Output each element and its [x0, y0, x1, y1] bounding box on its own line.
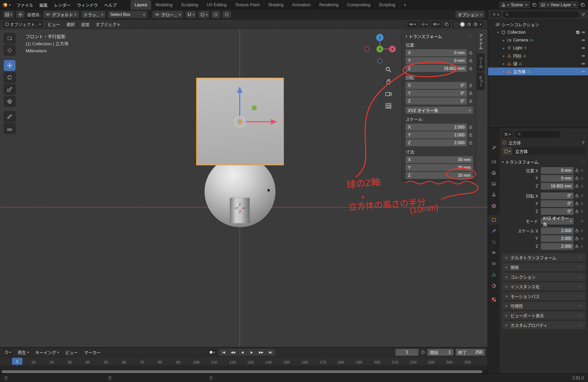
tool-rotate[interactable] [4, 72, 16, 83]
workspace-tab-layout[interactable]: Layout [130, 0, 151, 10]
properties-tab-particles[interactable] [488, 237, 500, 247]
view-layer-selector[interactable]: ▾ View Layer [538, 1, 579, 8]
timeline-menu[interactable]: キーイング▾ [32, 348, 62, 356]
timeline-ruler[interactable]: 1 10203040506070809010011012013014015016… [0, 357, 488, 366]
workspace-tab-shading[interactable]: Shading [264, 0, 288, 10]
workspace-tab-rendering[interactable]: Rendering [315, 0, 343, 10]
active-tool-icon-button[interactable] [16, 11, 25, 18]
add-workspace-button[interactable]: + [400, 0, 410, 10]
tool-move[interactable] [4, 60, 16, 71]
workspace-tab-compositing[interactable]: Compositing [343, 0, 375, 10]
nav-axis-z[interactable]: Z [376, 34, 383, 41]
animate-dot-icon[interactable] [581, 220, 583, 222]
lock-icon[interactable] [575, 209, 579, 214]
panel-section[interactable]: ▸インスタンス化 [502, 282, 585, 290]
workspace-tab-scripting[interactable]: Scripting [375, 0, 400, 10]
viewport-menu[interactable]: オブジェクト [93, 20, 123, 28]
visibility-dropdown[interactable]: ▾ [407, 21, 418, 28]
options-dropdown[interactable]: オプション ▾ [455, 11, 484, 18]
properties-tab-physics[interactable] [488, 248, 500, 258]
tool-transform[interactable] [4, 96, 16, 107]
timeline-menu[interactable]: ビュー [62, 348, 81, 356]
snap-toggle[interactable]: ▾ [185, 11, 196, 18]
animate-dot-icon[interactable] [581, 238, 583, 240]
nav-axis-y[interactable]: Y [376, 46, 383, 52]
properties-tab-view-layer[interactable] [488, 179, 500, 189]
transform-value-field[interactable]: 0° [541, 192, 574, 199]
properties-tab-object[interactable] [488, 215, 500, 225]
properties-tab-object-data[interactable] [488, 270, 500, 280]
animate-dot-icon[interactable] [581, 210, 583, 213]
workspace-tab-modeling[interactable]: Modeling [151, 0, 177, 10]
outliner-row[interactable]: シーンコレクション [488, 21, 588, 28]
auto-keying-button[interactable]: ▾ [208, 349, 217, 356]
copy-scene-icon[interactable] [532, 3, 537, 7]
toggle-button-a[interactable] [212, 11, 220, 18]
rotation-x-field[interactable]: X0° [406, 82, 467, 89]
eye-icon[interactable] [581, 54, 585, 58]
animate-dot-icon[interactable] [581, 245, 583, 247]
gizmo-dropdown[interactable]: ▾ [419, 21, 429, 28]
panel-section[interactable]: ▸カスタムプロパティ [502, 321, 585, 329]
breadcrumb-label[interactable]: 立方体 [508, 140, 521, 146]
lock-icon[interactable] [575, 236, 579, 241]
topbar-menu[interactable]: ファイル [14, 1, 36, 9]
workspace-tab-sculpting[interactable]: Sculpting [177, 0, 203, 10]
dimensions-y-field[interactable]: Y20 mm [406, 164, 473, 171]
lock-icon[interactable] [575, 176, 579, 180]
start-frame-field[interactable]: 開始 1 [427, 349, 453, 356]
viewport-menu[interactable]: ビュー [45, 20, 63, 28]
properties-tab-tool[interactable] [488, 143, 500, 153]
properties-tab-texture[interactable] [488, 295, 500, 305]
gizmo-x-arrowhead-icon[interactable] [271, 119, 277, 125]
nav-axis-x-negative[interactable] [364, 46, 369, 52]
tool-annotate[interactable] [4, 111, 16, 122]
properties-tab-output[interactable] [488, 168, 500, 178]
topbar-menu[interactable]: レンダー [51, 1, 74, 9]
current-frame-field[interactable]: 1 [395, 349, 418, 356]
panel-section[interactable]: ▸デルタトランスフォーム [502, 253, 585, 262]
properties-tab-constraints[interactable] [488, 259, 500, 269]
rotation-mode-dropdown[interactable]: XYZ オイラー角▾ [541, 218, 574, 225]
material-shading-button[interactable] [467, 22, 471, 26]
wireframe-shading-button[interactable] [454, 22, 458, 26]
tool-select-box[interactable] [4, 33, 16, 44]
expand-icon[interactable]: ▸ [502, 70, 506, 74]
rendered-shading-button[interactable] [473, 22, 477, 26]
gizmo-z-arrowhead-icon[interactable] [237, 87, 243, 93]
collapse-icon[interactable]: ▾ [496, 31, 500, 34]
close-icon[interactable] [525, 3, 528, 7]
transport-button-1[interactable]: ◀◀ [228, 349, 238, 356]
transform-value-field[interactable]: 2.000 [541, 227, 574, 234]
timeline-menu[interactable]: 再生▾ [15, 348, 32, 356]
outliner-row[interactable]: ▸Light [488, 44, 588, 52]
scrollbar-handle[interactable] [2, 370, 482, 373]
gizmo-z-arrow[interactable] [239, 93, 240, 117]
outliner-search-input[interactable] [503, 11, 579, 18]
transform-value-field[interactable]: 2.000 [541, 243, 574, 250]
transform-panel-header[interactable]: ▾ トランスフォーム [406, 33, 473, 39]
lock-icon[interactable] [575, 201, 579, 206]
lock-icon[interactable] [469, 133, 473, 137]
outliner-row[interactable]: ▸Camera [488, 36, 588, 44]
xray-toggle[interactable] [443, 21, 451, 28]
tool-cursor[interactable] [4, 45, 16, 56]
drag-action-dropdown[interactable]: ドラッ... ▾ [81, 11, 105, 18]
transform-section-header[interactable]: ▾ トランスフォーム [502, 158, 585, 166]
lock-icon[interactable] [575, 244, 579, 248]
scale-z-field[interactable]: Z2.000 [406, 139, 467, 146]
scale-y-field[interactable]: Y2.000 [406, 131, 467, 138]
panel-section[interactable]: ▸ビューポート表示 [502, 311, 585, 319]
select-mode-dropdown[interactable]: Select Box ▾ [108, 11, 147, 18]
end-frame-field[interactable]: 終了 250 [456, 349, 485, 356]
transport-button-3[interactable]: ▶ [247, 349, 256, 356]
rotation-z-field[interactable]: Z0° [406, 98, 467, 105]
animate-dot-icon[interactable] [581, 169, 583, 172]
animate-dot-icon[interactable] [581, 195, 583, 197]
animate-dot-icon[interactable] [581, 177, 583, 179]
workspace-tab-texture-paint[interactable]: Texture Paint [231, 0, 264, 10]
panel-section[interactable]: ▸コレクション [502, 273, 585, 281]
camera-view-icon[interactable] [385, 90, 392, 97]
expand-icon[interactable]: ▸ [502, 62, 506, 66]
pan-hand-icon[interactable] [385, 78, 392, 85]
